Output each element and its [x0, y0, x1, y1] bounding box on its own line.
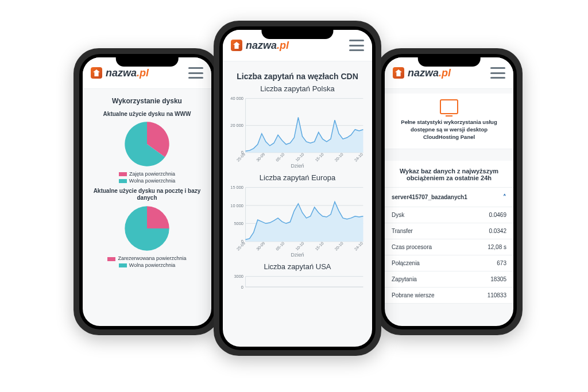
- line-chart-pl: 020 00040 00025-0930-0905-1010-1015-1020…: [229, 95, 366, 164]
- screen-left: nazwa.pl Wykorzystanie dysku Aktualne uż…: [83, 57, 211, 326]
- phone-center: nazwa.pl Liczba zapytań na węzłach CDN L…: [214, 21, 381, 356]
- chart-block-eu: Liczba zapytań Europa 0500010 00015 0002…: [229, 173, 366, 258]
- logo-text-1: nazwa: [246, 40, 277, 52]
- screen-right: nazwa.pl Pełne statystyki wykorzystania …: [385, 57, 513, 326]
- phone-right-inner: nazwa.pl Pełne statystyki wykorzystania …: [381, 54, 517, 329]
- center-title: Liczba zapytań na węzłach CDN: [229, 72, 366, 81]
- svg-text:15-10: 15-10: [314, 241, 324, 251]
- phone-right: nazwa.pl Pełne statystyki wykorzystania …: [376, 48, 523, 335]
- swatch-used-icon: [119, 172, 127, 176]
- kv-row-cpu: Czas procesora 12,08 s: [385, 239, 513, 255]
- legend-row: Wolna powierzchnia: [88, 178, 206, 185]
- notch: [418, 54, 481, 67]
- info-text: Pełne statystyki wykorzystania usług dos…: [393, 119, 505, 141]
- kv-row-conn: Połączenia 673: [385, 255, 513, 271]
- phone-left: nazwa.pl Wykorzystanie dysku Aktualne uż…: [74, 48, 220, 335]
- svg-text:30-09: 30-09: [256, 152, 266, 162]
- menu-icon[interactable]: [349, 40, 364, 51]
- logo-text-2: .pl: [277, 40, 289, 52]
- logo-text-1: nazwa: [106, 67, 137, 79]
- legend-free: Wolna powierzchnia: [129, 262, 175, 269]
- left-title: Wykorzystanie dysku: [88, 97, 206, 105]
- logo-mark-icon: [91, 67, 102, 79]
- chart-title-us: Liczba zapytań USA: [229, 262, 366, 271]
- svg-text:25-09: 25-09: [236, 241, 246, 251]
- svg-text:15 000: 15 000: [230, 185, 243, 190]
- db-accordion-head[interactable]: server415707_bazadanych1 ˄: [385, 188, 513, 207]
- kv-label: Połączenia: [392, 260, 420, 266]
- spacer: [385, 149, 513, 161]
- svg-text:30-09: 30-09: [256, 241, 266, 251]
- left-content: Wykorzystanie dysku Aktualne użycie dysk…: [83, 89, 211, 326]
- kv-label: Zapytania: [392, 276, 417, 282]
- svg-text:24-10: 24-10: [354, 241, 364, 251]
- svg-text:20-10: 20-10: [334, 241, 345, 251]
- monitor-icon: [440, 99, 458, 114]
- pie-chart-mail-db: [122, 204, 172, 253]
- pie1-title: Aktualne użycie dysku na WWW: [88, 111, 206, 117]
- phone-left-inner: nazwa.pl Wykorzystanie dysku Aktualne uż…: [79, 54, 215, 329]
- chart-block-pl: Liczba zapytań Polska 020 00040 00025-09…: [229, 84, 366, 169]
- kv-row-query: Zapytania 18305: [385, 271, 513, 288]
- logo-text-1: nazwa: [408, 67, 439, 79]
- svg-text:3000: 3000: [234, 274, 243, 279]
- svg-text:24-10: 24-10: [354, 152, 364, 162]
- swatch-free-icon: [119, 263, 127, 267]
- kv-value: 12,08 s: [488, 244, 506, 250]
- logo-text-2: .pl: [137, 67, 149, 79]
- swatch-reserved-icon: [107, 257, 115, 261]
- xlabel-pl: Dzień: [229, 163, 366, 169]
- svg-text:10 000: 10 000: [230, 203, 243, 208]
- menu-icon[interactable]: [490, 67, 505, 79]
- legend-used: Zajęta powierzchnia: [129, 171, 175, 178]
- svg-text:05-10: 05-10: [275, 152, 285, 162]
- kv-value: 18305: [490, 276, 506, 282]
- chart-title-eu: Liczba zapytań Europa: [229, 173, 366, 182]
- svg-text:40 000: 40 000: [230, 96, 243, 101]
- db-name: server415707_bazadanych1: [392, 194, 467, 200]
- line-chart-eu: 0500010 00015 00025-0930-0905-1010-1015-…: [229, 184, 366, 253]
- logo[interactable]: nazwa.pl: [393, 67, 451, 79]
- line-chart-us: 03000: [229, 273, 366, 289]
- kv-row-transfer: Transfer 0.0342: [385, 223, 513, 239]
- right-section-title: Wykaz baz danych z najwyższym obciążenie…: [385, 161, 513, 188]
- svg-text:15-10: 15-10: [314, 152, 324, 162]
- svg-text:10-10: 10-10: [295, 241, 305, 251]
- svg-text:20 000: 20 000: [230, 123, 243, 128]
- kv-value: 110833: [488, 292, 506, 298]
- svg-text:10-10: 10-10: [295, 152, 305, 162]
- logo-text-2: .pl: [439, 67, 451, 79]
- kv-label: Dysk: [392, 212, 404, 218]
- chart-block-us: Liczba zapytań USA 03000: [229, 262, 366, 289]
- kv-value: 0.0342: [489, 228, 506, 234]
- menu-icon[interactable]: [188, 67, 203, 79]
- legend-row: Zarezerwowana powierzchnia: [88, 255, 206, 262]
- pie2-title: Aktualne użycie dysku na pocztę i bazy d…: [88, 188, 206, 201]
- logo[interactable]: nazwa.pl: [231, 40, 289, 52]
- logo-mark-icon: [231, 40, 242, 51]
- screen-center: nazwa.pl Liczba zapytań na węzłach CDN L…: [223, 30, 372, 347]
- legend-reserved: Zarezerwowana powierzchnia: [118, 255, 186, 262]
- legend-free: Wolna powierzchnia: [129, 178, 175, 185]
- pie2-legend: Zarezerwowana powierzchnia Wolna powierz…: [88, 255, 206, 269]
- phone-center-inner: nazwa.pl Liczba zapytań na węzłach CDN L…: [219, 26, 376, 350]
- swatch-free-icon: [119, 179, 127, 183]
- kv-label: Transfer: [392, 228, 413, 234]
- logo[interactable]: nazwa.pl: [91, 67, 149, 79]
- kv-label: Pobrane wiersze: [392, 292, 434, 298]
- svg-text:25-09: 25-09: [236, 152, 246, 162]
- chart-title-pl: Liczba zapytań Polska: [229, 84, 366, 93]
- kv-value: 0.0469: [489, 212, 506, 218]
- stage: nazwa.pl Wykorzystanie dysku Aktualne uż…: [0, 0, 588, 392]
- logo-mark-icon: [393, 67, 404, 79]
- legend-row: Zajęta powierzchnia: [88, 171, 206, 178]
- chevron-up-icon: ˄: [503, 193, 506, 201]
- notch: [261, 26, 333, 39]
- svg-text:20-10: 20-10: [334, 152, 345, 162]
- pie1-legend: Zajęta powierzchnia Wolna powierzchnia: [88, 171, 206, 184]
- svg-text:5000: 5000: [234, 221, 243, 226]
- right-content: Pełne statystyki wykorzystania usług dos…: [385, 89, 513, 326]
- xlabel-eu: Dzień: [229, 252, 366, 258]
- kv-row-rows: Pobrane wiersze 110833: [385, 288, 513, 304]
- kv-label: Czas procesora: [392, 244, 432, 250]
